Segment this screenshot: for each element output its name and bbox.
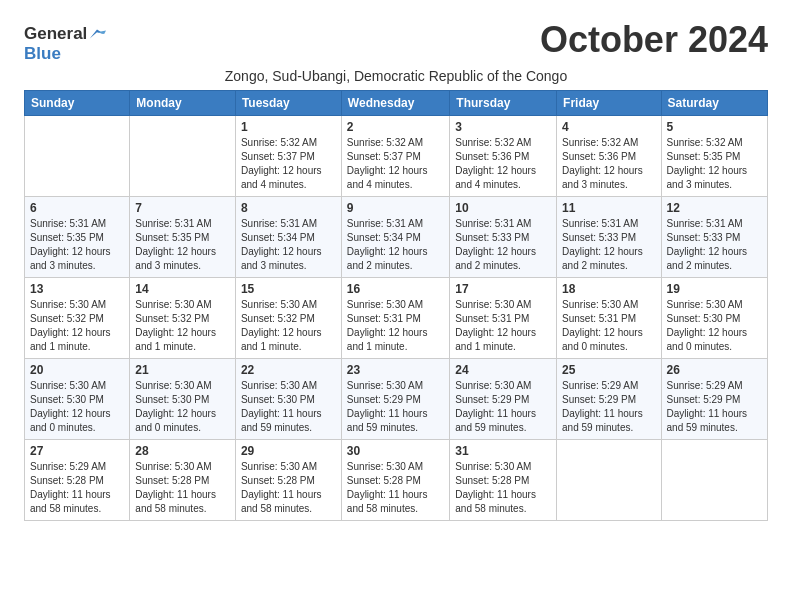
calendar-cell: 1Sunrise: 5:32 AM Sunset: 5:37 PM Daylig… xyxy=(235,116,341,197)
logo: General Blue xyxy=(24,24,106,64)
calendar-cell: 26Sunrise: 5:29 AM Sunset: 5:29 PM Dayli… xyxy=(661,359,767,440)
day-number: 21 xyxy=(135,363,230,377)
calendar-cell xyxy=(25,116,130,197)
day-number: 6 xyxy=(30,201,124,215)
day-detail: Sunrise: 5:30 AM Sunset: 5:32 PM Dayligh… xyxy=(135,298,230,354)
day-number: 3 xyxy=(455,120,551,134)
calendar-cell xyxy=(557,440,661,521)
calendar-cell: 22Sunrise: 5:30 AM Sunset: 5:30 PM Dayli… xyxy=(235,359,341,440)
day-number: 7 xyxy=(135,201,230,215)
day-detail: Sunrise: 5:29 AM Sunset: 5:29 PM Dayligh… xyxy=(667,379,762,435)
calendar-cell: 3Sunrise: 5:32 AM Sunset: 5:36 PM Daylig… xyxy=(450,116,557,197)
weekday-header: Friday xyxy=(557,91,661,116)
day-number: 22 xyxy=(241,363,336,377)
calendar-cell: 12Sunrise: 5:31 AM Sunset: 5:33 PM Dayli… xyxy=(661,197,767,278)
day-number: 30 xyxy=(347,444,444,458)
calendar-cell: 15Sunrise: 5:30 AM Sunset: 5:32 PM Dayli… xyxy=(235,278,341,359)
svg-marker-0 xyxy=(90,30,104,39)
calendar-cell: 27Sunrise: 5:29 AM Sunset: 5:28 PM Dayli… xyxy=(25,440,130,521)
day-detail: Sunrise: 5:32 AM Sunset: 5:37 PM Dayligh… xyxy=(347,136,444,192)
day-detail: Sunrise: 5:30 AM Sunset: 5:30 PM Dayligh… xyxy=(241,379,336,435)
day-detail: Sunrise: 5:31 AM Sunset: 5:33 PM Dayligh… xyxy=(455,217,551,273)
calendar-cell: 5Sunrise: 5:32 AM Sunset: 5:35 PM Daylig… xyxy=(661,116,767,197)
calendar-cell: 6Sunrise: 5:31 AM Sunset: 5:35 PM Daylig… xyxy=(25,197,130,278)
calendar-cell: 4Sunrise: 5:32 AM Sunset: 5:36 PM Daylig… xyxy=(557,116,661,197)
day-detail: Sunrise: 5:30 AM Sunset: 5:31 PM Dayligh… xyxy=(455,298,551,354)
weekday-header: Monday xyxy=(130,91,236,116)
day-detail: Sunrise: 5:30 AM Sunset: 5:30 PM Dayligh… xyxy=(30,379,124,435)
calendar-cell: 9Sunrise: 5:31 AM Sunset: 5:34 PM Daylig… xyxy=(341,197,449,278)
day-number: 23 xyxy=(347,363,444,377)
logo-general: General xyxy=(24,24,87,44)
day-number: 31 xyxy=(455,444,551,458)
calendar-cell: 23Sunrise: 5:30 AM Sunset: 5:29 PM Dayli… xyxy=(341,359,449,440)
calendar-week-row: 6Sunrise: 5:31 AM Sunset: 5:35 PM Daylig… xyxy=(25,197,768,278)
day-detail: Sunrise: 5:32 AM Sunset: 5:36 PM Dayligh… xyxy=(455,136,551,192)
calendar-cell: 13Sunrise: 5:30 AM Sunset: 5:32 PM Dayli… xyxy=(25,278,130,359)
day-detail: Sunrise: 5:31 AM Sunset: 5:35 PM Dayligh… xyxy=(135,217,230,273)
calendar-cell xyxy=(661,440,767,521)
day-detail: Sunrise: 5:32 AM Sunset: 5:35 PM Dayligh… xyxy=(667,136,762,192)
day-detail: Sunrise: 5:29 AM Sunset: 5:28 PM Dayligh… xyxy=(30,460,124,516)
day-number: 11 xyxy=(562,201,655,215)
calendar-week-row: 27Sunrise: 5:29 AM Sunset: 5:28 PM Dayli… xyxy=(25,440,768,521)
day-number: 28 xyxy=(135,444,230,458)
day-number: 2 xyxy=(347,120,444,134)
header: General Blue October 2024 xyxy=(24,20,768,64)
calendar-cell: 8Sunrise: 5:31 AM Sunset: 5:34 PM Daylig… xyxy=(235,197,341,278)
calendar-cell: 18Sunrise: 5:30 AM Sunset: 5:31 PM Dayli… xyxy=(557,278,661,359)
weekday-header: Wednesday xyxy=(341,91,449,116)
day-number: 12 xyxy=(667,201,762,215)
calendar-cell: 17Sunrise: 5:30 AM Sunset: 5:31 PM Dayli… xyxy=(450,278,557,359)
day-detail: Sunrise: 5:30 AM Sunset: 5:29 PM Dayligh… xyxy=(455,379,551,435)
day-number: 16 xyxy=(347,282,444,296)
calendar-cell: 14Sunrise: 5:30 AM Sunset: 5:32 PM Dayli… xyxy=(130,278,236,359)
day-number: 14 xyxy=(135,282,230,296)
day-detail: Sunrise: 5:31 AM Sunset: 5:34 PM Dayligh… xyxy=(241,217,336,273)
day-number: 19 xyxy=(667,282,762,296)
day-number: 10 xyxy=(455,201,551,215)
title-area: October 2024 xyxy=(540,20,768,60)
day-number: 29 xyxy=(241,444,336,458)
calendar-cell: 31Sunrise: 5:30 AM Sunset: 5:28 PM Dayli… xyxy=(450,440,557,521)
calendar-week-row: 13Sunrise: 5:30 AM Sunset: 5:32 PM Dayli… xyxy=(25,278,768,359)
day-number: 5 xyxy=(667,120,762,134)
day-detail: Sunrise: 5:30 AM Sunset: 5:32 PM Dayligh… xyxy=(241,298,336,354)
calendar-cell: 20Sunrise: 5:30 AM Sunset: 5:30 PM Dayli… xyxy=(25,359,130,440)
calendar-week-row: 20Sunrise: 5:30 AM Sunset: 5:30 PM Dayli… xyxy=(25,359,768,440)
calendar-cell: 29Sunrise: 5:30 AM Sunset: 5:28 PM Dayli… xyxy=(235,440,341,521)
day-number: 25 xyxy=(562,363,655,377)
day-detail: Sunrise: 5:30 AM Sunset: 5:28 PM Dayligh… xyxy=(241,460,336,516)
calendar-cell: 2Sunrise: 5:32 AM Sunset: 5:37 PM Daylig… xyxy=(341,116,449,197)
day-number: 17 xyxy=(455,282,551,296)
calendar-cell: 21Sunrise: 5:30 AM Sunset: 5:30 PM Dayli… xyxy=(130,359,236,440)
day-number: 8 xyxy=(241,201,336,215)
day-detail: Sunrise: 5:31 AM Sunset: 5:33 PM Dayligh… xyxy=(562,217,655,273)
day-detail: Sunrise: 5:31 AM Sunset: 5:35 PM Dayligh… xyxy=(30,217,124,273)
day-detail: Sunrise: 5:30 AM Sunset: 5:28 PM Dayligh… xyxy=(455,460,551,516)
day-detail: Sunrise: 5:29 AM Sunset: 5:29 PM Dayligh… xyxy=(562,379,655,435)
calendar-week-row: 1Sunrise: 5:32 AM Sunset: 5:37 PM Daylig… xyxy=(25,116,768,197)
day-detail: Sunrise: 5:31 AM Sunset: 5:34 PM Dayligh… xyxy=(347,217,444,273)
calendar-cell xyxy=(130,116,236,197)
day-detail: Sunrise: 5:30 AM Sunset: 5:29 PM Dayligh… xyxy=(347,379,444,435)
month-title: October 2024 xyxy=(540,20,768,60)
day-number: 4 xyxy=(562,120,655,134)
day-detail: Sunrise: 5:30 AM Sunset: 5:30 PM Dayligh… xyxy=(135,379,230,435)
calendar-cell: 25Sunrise: 5:29 AM Sunset: 5:29 PM Dayli… xyxy=(557,359,661,440)
day-number: 20 xyxy=(30,363,124,377)
calendar-cell: 30Sunrise: 5:30 AM Sunset: 5:28 PM Dayli… xyxy=(341,440,449,521)
day-number: 24 xyxy=(455,363,551,377)
weekday-header: Tuesday xyxy=(235,91,341,116)
calendar-header-row: SundayMondayTuesdayWednesdayThursdayFrid… xyxy=(25,91,768,116)
day-number: 26 xyxy=(667,363,762,377)
day-detail: Sunrise: 5:30 AM Sunset: 5:31 PM Dayligh… xyxy=(347,298,444,354)
day-detail: Sunrise: 5:32 AM Sunset: 5:36 PM Dayligh… xyxy=(562,136,655,192)
logo-bird-icon xyxy=(88,27,106,41)
calendar-cell: 19Sunrise: 5:30 AM Sunset: 5:30 PM Dayli… xyxy=(661,278,767,359)
logo-blue: Blue xyxy=(24,44,61,64)
day-number: 13 xyxy=(30,282,124,296)
day-detail: Sunrise: 5:30 AM Sunset: 5:31 PM Dayligh… xyxy=(562,298,655,354)
day-number: 9 xyxy=(347,201,444,215)
calendar-cell: 11Sunrise: 5:31 AM Sunset: 5:33 PM Dayli… xyxy=(557,197,661,278)
